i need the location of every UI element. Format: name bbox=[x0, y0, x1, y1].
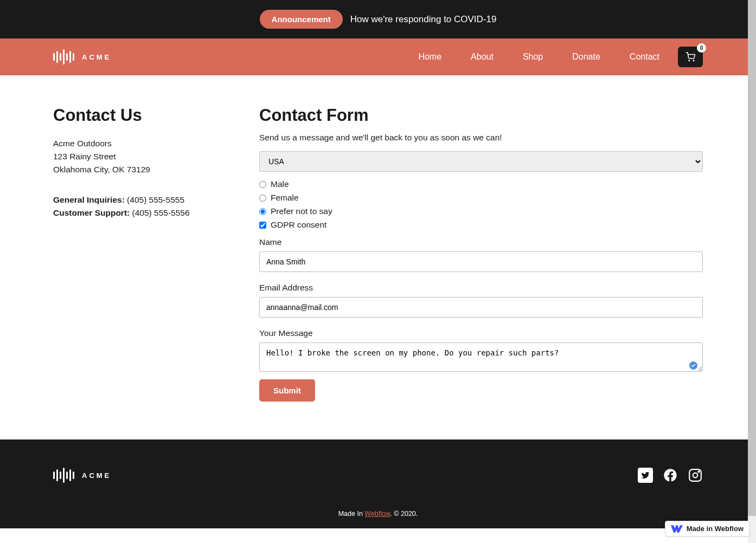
gdpr-row[interactable]: GDPR consent bbox=[259, 220, 703, 230]
support-phone: (405) 555-5556 bbox=[132, 208, 190, 217]
general-inquiries: General Inquiries: (405) 555-5555 bbox=[53, 193, 221, 206]
logo[interactable]: ACME bbox=[53, 49, 111, 64]
brand-text: ACME bbox=[82, 53, 111, 61]
name-label: Name bbox=[259, 237, 703, 247]
footer-brand-text: ACME bbox=[82, 471, 111, 480]
radio-prefer-not-to-say[interactable] bbox=[259, 208, 266, 215]
radio-pnts-row[interactable]: Prefer not to say bbox=[259, 206, 703, 216]
announcement-pill[interactable]: Announcement bbox=[260, 10, 343, 29]
gdpr-checkbox[interactable] bbox=[259, 222, 266, 229]
cart-badge: 0 bbox=[697, 43, 706, 53]
company-name: Acme Outdoors bbox=[53, 137, 221, 150]
logo-icon bbox=[53, 49, 74, 64]
city-address: Oklahoma City, OK 73129 bbox=[53, 163, 221, 176]
main: Contact Us Acme Outdoors 123 Rainy Stree… bbox=[0, 75, 756, 439]
submit-button[interactable]: Submit bbox=[259, 379, 315, 402]
nav-shop[interactable]: Shop bbox=[523, 52, 543, 62]
webflow-badge-text: Made in Webflow bbox=[687, 525, 744, 528]
facebook-link[interactable] bbox=[663, 468, 678, 483]
nav-home[interactable]: Home bbox=[418, 52, 441, 62]
radio-male-row[interactable]: Male bbox=[259, 179, 703, 189]
webflow-link[interactable]: Webflow bbox=[364, 510, 390, 518]
copyright-year: . © 2020. bbox=[390, 510, 418, 518]
footer: ACME Made In Webflow. © 2020. bbox=[0, 439, 756, 528]
nav: Home About Shop Donate Contact 0 bbox=[418, 47, 703, 67]
cart-button[interactable]: 0 bbox=[678, 47, 703, 67]
page-title: Contact Us bbox=[53, 106, 221, 125]
svg-point-1 bbox=[693, 60, 694, 61]
form-title: Contact Form bbox=[259, 106, 703, 125]
footer-logo[interactable]: ACME bbox=[53, 468, 111, 483]
inquiry-phone: (405) 555-5555 bbox=[127, 195, 184, 204]
radio-male-label: Male bbox=[271, 179, 289, 189]
radio-male[interactable] bbox=[259, 181, 266, 188]
facebook-icon bbox=[663, 468, 678, 483]
form-subtitle: Send us a message and we'll get back to … bbox=[259, 133, 703, 143]
announcement-text[interactable]: How we're responding to COVID-19 bbox=[350, 14, 497, 25]
radio-female-label: Female bbox=[271, 193, 299, 203]
nav-donate[interactable]: Donate bbox=[572, 52, 600, 62]
announcement-bar: Announcement How we're responding to COV… bbox=[0, 0, 756, 38]
nav-contact[interactable]: Contact bbox=[630, 52, 659, 62]
nav-about[interactable]: About bbox=[471, 52, 494, 62]
twitter-icon bbox=[641, 471, 650, 480]
radio-pnts-label: Prefer not to say bbox=[271, 206, 332, 216]
twitter-link[interactable] bbox=[638, 468, 653, 483]
made-in-text: Made In bbox=[338, 510, 365, 518]
footer-logo-icon bbox=[53, 468, 74, 483]
country-select[interactable]: USA bbox=[259, 151, 703, 172]
customer-support: Customer Support: (405) 555-5556 bbox=[53, 206, 221, 219]
instagram-icon bbox=[688, 468, 702, 482]
radio-female[interactable] bbox=[259, 195, 266, 202]
instagram-link[interactable] bbox=[688, 468, 703, 483]
scrollbar[interactable] bbox=[748, 0, 756, 528]
support-label: Customer Support: bbox=[53, 208, 130, 217]
contact-form: Contact Form Send us a message and we'll… bbox=[259, 106, 703, 402]
social-links bbox=[638, 468, 703, 483]
footer-copyright: Made In Webflow. © 2020. bbox=[53, 510, 703, 518]
webflow-badge-icon bbox=[671, 525, 683, 529]
header: ACME Home About Shop Donate Contact 0 bbox=[0, 38, 756, 75]
webflow-badge[interactable]: Made in Webflow bbox=[665, 521, 749, 528]
message-label: Your Message bbox=[259, 328, 703, 338]
checkmark-icon bbox=[689, 361, 697, 370]
street-address: 123 Rainy Street bbox=[53, 150, 221, 163]
svg-point-0 bbox=[689, 60, 690, 61]
svg-point-3 bbox=[693, 473, 698, 478]
gdpr-label: GDPR consent bbox=[271, 220, 326, 230]
contact-info: Contact Us Acme Outdoors 123 Rainy Stree… bbox=[53, 106, 221, 402]
message-textarea[interactable]: Hello! I broke the screen on my phone. D… bbox=[259, 342, 703, 372]
email-input[interactable] bbox=[259, 297, 703, 318]
radio-female-row[interactable]: Female bbox=[259, 193, 703, 203]
svg-point-4 bbox=[698, 471, 699, 472]
name-input[interactable] bbox=[259, 251, 703, 272]
inquiry-label: General Inquiries: bbox=[53, 195, 125, 204]
email-label: Email Address bbox=[259, 283, 703, 293]
cart-icon bbox=[685, 52, 695, 62]
